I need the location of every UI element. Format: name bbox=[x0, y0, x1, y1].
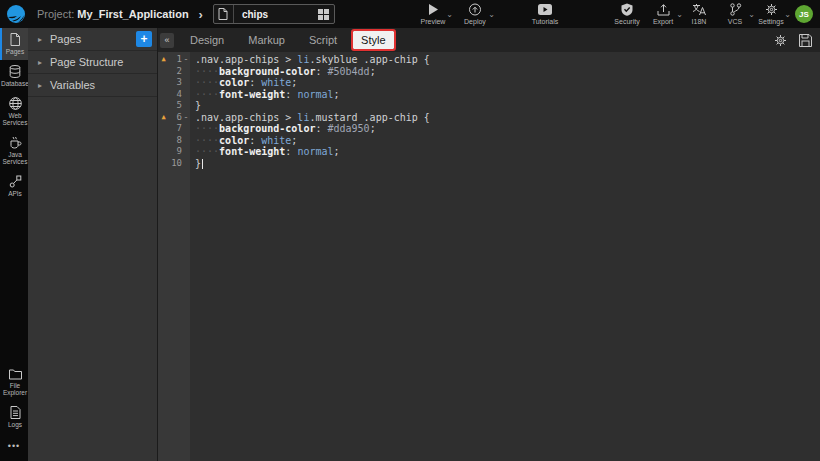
fold-marker[interactable]: - bbox=[182, 112, 190, 124]
gutter: ▲1-2345▲6-78910 bbox=[158, 52, 190, 461]
pages-icon bbox=[9, 33, 21, 46]
line-number: 6 bbox=[169, 112, 182, 124]
code-line[interactable]: ····font-weight: normal; bbox=[195, 89, 820, 101]
user-avatar[interactable]: JS bbox=[795, 5, 813, 23]
preview-button[interactable]: ⌄ Preview bbox=[415, 3, 451, 25]
security-button[interactable]: Security bbox=[609, 3, 645, 25]
tab-design[interactable]: Design bbox=[182, 31, 232, 49]
fold-marker[interactable]: - bbox=[182, 54, 190, 66]
line-number: 9 bbox=[169, 146, 182, 158]
i18n-button[interactable]: I18N bbox=[681, 3, 717, 25]
wavemaker-logo bbox=[6, 4, 26, 24]
chevron-down-icon[interactable]: ⌄ bbox=[446, 10, 453, 19]
project-label: Project: bbox=[37, 8, 74, 20]
gutter-row: 8 bbox=[158, 135, 190, 147]
deploy-button[interactable]: ⌄ Deploy bbox=[457, 3, 493, 25]
caret-right-icon: ▸ bbox=[38, 35, 42, 44]
code-lines[interactable]: .nav.app-chips > li.skyblue .app-chip {·… bbox=[190, 52, 820, 461]
gear-icon bbox=[765, 3, 778, 16]
warning-icon: ▲ bbox=[161, 114, 165, 121]
code-line[interactable]: ····font-weight: normal; bbox=[195, 146, 820, 158]
chevron-down-icon[interactable]: ⌄ bbox=[784, 10, 791, 19]
branch-icon bbox=[729, 3, 742, 16]
shield-icon bbox=[621, 3, 633, 16]
tab-style[interactable]: Style bbox=[353, 31, 393, 49]
editor-area: « Design Markup Script Style ▲1-2345▲6-7… bbox=[158, 28, 820, 461]
tab-script[interactable]: Script bbox=[301, 31, 345, 49]
sidebar-item-pages[interactable]: Pages bbox=[0, 28, 28, 60]
line-number: 4 bbox=[169, 89, 182, 101]
collapse-panel-button[interactable]: « bbox=[160, 33, 174, 48]
panel-section-page-structure[interactable]: ▸ Page Structure bbox=[28, 51, 157, 74]
line-number: 1 bbox=[169, 54, 182, 66]
main-area: Pages Databases Web Services Java Servic… bbox=[0, 28, 820, 461]
breadcrumb-chevron-icon: › bbox=[199, 7, 203, 22]
pages-panel: ▸ Pages + ▸ Page Structure ▸ Variables bbox=[28, 28, 158, 461]
gutter-row: 10 bbox=[158, 158, 190, 170]
chevron-down-icon[interactable]: ⌄ bbox=[488, 10, 495, 19]
database-icon bbox=[9, 65, 21, 78]
gutter-row: 3 bbox=[158, 77, 190, 89]
panel-section-variables[interactable]: ▸ Variables bbox=[28, 74, 157, 97]
settings-button[interactable]: ⌄ Settings bbox=[753, 3, 789, 25]
editor-tabbar: « Design Markup Script Style bbox=[158, 28, 820, 52]
sidebar-more-button[interactable]: ••• bbox=[0, 433, 28, 461]
sidebar-item-file-explorer[interactable]: File Explorer bbox=[0, 364, 28, 401]
tutorials-button[interactable]: Tutorials bbox=[527, 3, 563, 25]
line-number: 5 bbox=[169, 100, 182, 112]
panel-section-pages[interactable]: ▸ Pages + bbox=[28, 28, 157, 51]
globe-icon bbox=[9, 97, 22, 110]
api-nodes-icon bbox=[9, 175, 22, 188]
sidebar-item-java-services[interactable]: Java Services bbox=[0, 131, 28, 170]
export-icon bbox=[657, 3, 670, 16]
editor-settings-button[interactable] bbox=[774, 34, 787, 47]
project-breadcrumb: Project: My_First_Application bbox=[37, 8, 189, 20]
code-line[interactable]: .nav.app-chips > li.mustard .app-chip { bbox=[195, 112, 820, 124]
page-file-icon bbox=[214, 5, 234, 23]
sidebar-item-web-services[interactable]: Web Services bbox=[0, 92, 28, 131]
play-icon bbox=[427, 3, 439, 16]
code-line[interactable]: ····color: white; bbox=[195, 135, 820, 147]
tutorials-icon bbox=[538, 3, 552, 16]
code-line[interactable]: ····background-color: #dda950; bbox=[195, 123, 820, 135]
tab-markup[interactable]: Markup bbox=[240, 31, 293, 49]
project-name: My_First_Application bbox=[77, 8, 188, 20]
gutter-row: 7 bbox=[158, 123, 190, 135]
add-page-button[interactable]: + bbox=[136, 31, 152, 47]
folder-icon bbox=[9, 369, 22, 380]
deploy-icon bbox=[468, 3, 482, 16]
gutter-row: ▲1- bbox=[158, 54, 190, 66]
code-line[interactable]: ····background-color: #50b4dd; bbox=[195, 66, 820, 78]
sidebar-item-apis[interactable]: APIs bbox=[0, 170, 28, 202]
log-file-icon bbox=[10, 406, 21, 419]
open-file-name: chips bbox=[234, 9, 314, 20]
left-icon-sidebar: Pages Databases Web Services Java Servic… bbox=[0, 28, 28, 461]
open-file-tab[interactable]: chips bbox=[213, 4, 335, 24]
code-line[interactable]: } bbox=[195, 100, 820, 112]
caret-right-icon: ▸ bbox=[38, 58, 42, 67]
sidebar-item-logs[interactable]: Logs bbox=[0, 401, 28, 433]
vcs-button[interactable]: ⌄ VCS bbox=[717, 3, 753, 25]
code-editor[interactable]: ▲1-2345▲6-78910 .nav.app-chips > li.skyb… bbox=[158, 52, 820, 461]
sidebar-item-databases[interactable]: Databases bbox=[0, 60, 28, 92]
gutter-row: ▲6- bbox=[158, 112, 190, 124]
code-line[interactable]: } bbox=[195, 158, 820, 170]
line-number: 7 bbox=[169, 123, 182, 135]
line-number: 2 bbox=[169, 66, 182, 78]
save-floppy-icon bbox=[799, 34, 812, 47]
code-line[interactable]: .nav.app-chips > li.skyblue .app-chip { bbox=[195, 54, 820, 66]
grid-icon[interactable] bbox=[314, 9, 334, 20]
text-cursor bbox=[202, 159, 203, 169]
gutter-row: 2 bbox=[158, 66, 190, 78]
topbar: Project: My_First_Application › chips ⌄ … bbox=[0, 0, 820, 28]
gutter-row: 4 bbox=[158, 89, 190, 101]
gear-icon bbox=[774, 34, 787, 47]
caret-right-icon: ▸ bbox=[38, 81, 42, 90]
export-button[interactable]: ⌄ Export bbox=[645, 3, 681, 25]
code-line[interactable]: ····color: white; bbox=[195, 77, 820, 89]
gutter-row: 9 bbox=[158, 146, 190, 158]
warning-icon: ▲ bbox=[161, 56, 165, 63]
translate-icon bbox=[692, 3, 706, 16]
save-button[interactable] bbox=[799, 34, 812, 47]
coffee-cup-icon bbox=[9, 136, 22, 149]
